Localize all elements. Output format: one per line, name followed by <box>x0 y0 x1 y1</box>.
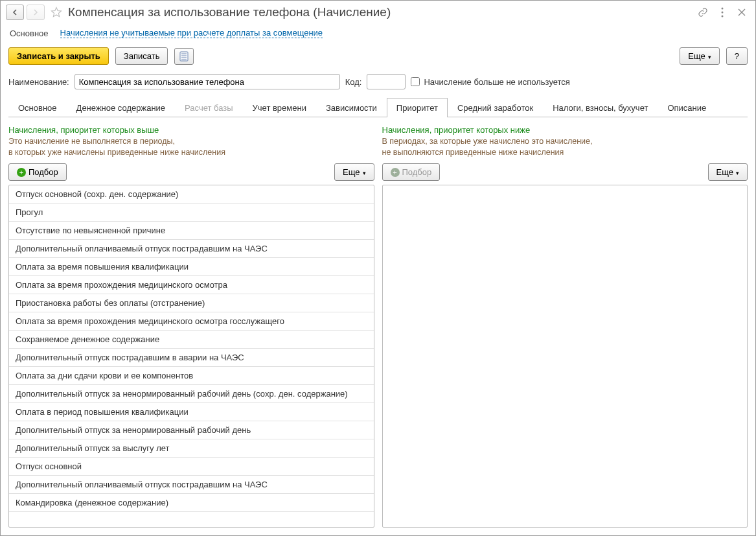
list-item[interactable]: Приостановка работы без оплаты (отстране… <box>9 294 374 312</box>
tab-5[interactable]: Приоритет <box>387 98 448 117</box>
chevron-down-icon: ▾ <box>708 54 711 60</box>
list-item[interactable]: Оплата за время прохождения медицинского… <box>9 276 374 294</box>
svg-point-2 <box>722 16 724 17</box>
right-subtitle: В периодах, за которые уже начислено это… <box>382 136 748 158</box>
list-item[interactable]: Отсутствие по невыясненной причине <box>9 222 374 240</box>
svg-point-0 <box>722 8 724 10</box>
list-item[interactable]: Отпуск основной (сохр. ден. содержание) <box>9 185 374 204</box>
right-more-button[interactable]: Еще▾ <box>708 163 748 181</box>
right-list[interactable] <box>382 185 748 528</box>
right-pick-button[interactable]: +Подбор <box>382 163 441 181</box>
priority-right-col: Начисления, приоритет которых ниже В пер… <box>382 125 748 528</box>
tab-0[interactable]: Основное <box>8 98 67 117</box>
list-item[interactable]: Командировка (денежное содержание) <box>9 494 374 512</box>
chevron-down-icon: ▾ <box>736 170 739 176</box>
forward-button[interactable] <box>27 5 45 20</box>
list-item[interactable]: Оплата за время прохождения медицинского… <box>9 312 374 331</box>
back-button[interactable] <box>6 5 24 20</box>
list-item[interactable]: Прогул <box>9 204 374 222</box>
tab-7[interactable]: Налоги, взносы, бухучет <box>543 98 658 117</box>
list-item[interactable]: Сохраняемое денежное содержание <box>9 331 374 349</box>
right-buttons: +Подбор Еще▾ <box>382 163 748 181</box>
save-button[interactable]: Записать <box>115 47 168 65</box>
nav-row: Основное Начисления не учитываемые при р… <box>1 24 755 45</box>
list-item[interactable]: Оплата за время повышения квалификации <box>9 258 374 276</box>
tab-1[interactable]: Денежное содержание <box>67 98 175 117</box>
report-button[interactable] <box>174 48 194 65</box>
list-item[interactable]: Оплата в период повышения квалификации <box>9 403 374 421</box>
kebab-menu-icon[interactable] <box>716 6 728 18</box>
tab-6[interactable]: Средний заработок <box>448 98 543 117</box>
tab-4[interactable]: Зависимости <box>316 98 387 117</box>
tab-strip: ОсновноеДенежное содержаниеРасчет базыУч… <box>8 97 748 117</box>
name-input[interactable] <box>74 74 340 89</box>
name-label: Наименование: <box>8 77 69 87</box>
document-icon <box>179 51 189 62</box>
tab-8[interactable]: Описание <box>658 98 716 117</box>
more-button[interactable]: Еще▾ <box>680 47 719 65</box>
list-item[interactable]: Дополнительный отпуск за ненормированный… <box>9 385 374 403</box>
form-row: Наименование: Код: Начисление больше не … <box>1 73 755 97</box>
window: Компенсация за использование телефона (Н… <box>0 0 756 536</box>
chevron-down-icon: ▾ <box>363 170 366 176</box>
left-title: Начисления, приоритет которых выше <box>8 125 374 135</box>
priority-left-col: Начисления, приоритет которых выше Это н… <box>8 125 374 528</box>
close-icon[interactable] <box>736 6 748 18</box>
left-subtitle: Это начисление не выполняется в периоды,… <box>8 136 374 158</box>
list-item[interactable]: Оплата за дни сдачи крови и ее компонент… <box>9 367 374 385</box>
page-title: Компенсация за использование телефона (Н… <box>68 5 694 19</box>
plus-icon: + <box>17 168 26 177</box>
svg-point-1 <box>722 12 724 14</box>
list-item[interactable]: Дополнительный оплачиваемый отпуск постр… <box>9 240 374 258</box>
left-buttons: +Подбор Еще▾ <box>8 163 374 181</box>
list-item[interactable]: Дополнительный отпуск за выслугу лет <box>9 439 374 458</box>
help-button[interactable]: ? <box>726 47 748 65</box>
priority-pane: Начисления, приоритет которых выше Это н… <box>1 117 755 535</box>
tab-2: Расчет базы <box>175 98 243 117</box>
window-controls <box>697 6 750 18</box>
right-title: Начисления, приоритет которых ниже <box>382 125 748 135</box>
save-and-close-button[interactable]: Записать и закрыть <box>8 47 109 65</box>
list-item[interactable]: Дополнительный оплачиваемый отпуск постр… <box>9 476 374 494</box>
titlebar: Компенсация за использование телефона (Н… <box>1 1 755 24</box>
nav-active[interactable]: Основное <box>10 29 49 38</box>
left-pick-button[interactable]: +Подбор <box>8 163 67 181</box>
plus-icon: + <box>391 168 400 177</box>
left-list[interactable]: Отпуск основной (сохр. ден. содержание)П… <box>8 185 374 528</box>
list-item[interactable]: Дополнительный отпуск за ненормированный… <box>9 421 374 439</box>
tab-3[interactable]: Учет времени <box>243 98 316 117</box>
favorite-star-icon[interactable] <box>50 6 63 19</box>
link-icon[interactable] <box>697 6 709 18</box>
deprecated-checkbox[interactable]: Начисление больше не используется <box>411 77 569 87</box>
code-input[interactable] <box>367 74 406 89</box>
arrow-right-icon <box>32 9 39 16</box>
deprecated-checkbox-input[interactable] <box>411 77 420 86</box>
list-item[interactable]: Дополнительный отпуск пострадавшим в ава… <box>9 349 374 367</box>
arrow-left-icon <box>12 9 18 16</box>
left-more-button[interactable]: Еще▾ <box>334 163 374 181</box>
code-label: Код: <box>345 77 362 87</box>
deprecated-label: Начисление больше не используется <box>424 77 569 87</box>
nav-link[interactable]: Начисления не учитываемые при расчете до… <box>60 28 323 38</box>
list-item[interactable]: Отпуск основной <box>9 458 374 476</box>
toolbar: Записать и закрыть Записать Еще▾ ? <box>1 45 755 73</box>
